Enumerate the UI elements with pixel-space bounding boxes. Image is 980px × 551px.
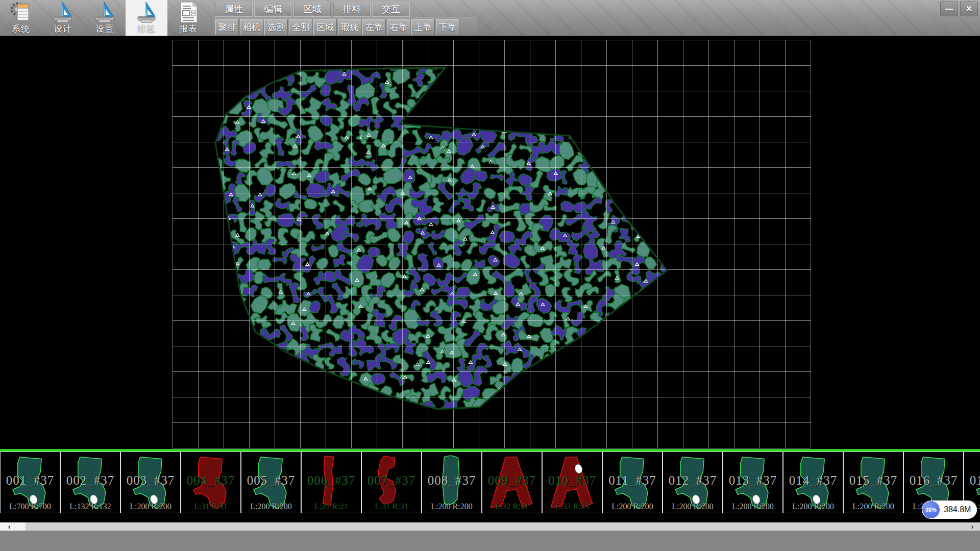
module-label-settings: 设置 [95,23,114,35]
module-settings[interactable]: 设置 [84,0,126,36]
design-ruler-icon [51,1,75,23]
module-nesting[interactable]: 排版 [126,0,167,36]
tool-defect[interactable]: 瑕疵 [338,19,361,35]
thumbnail-013[interactable]: 013_#37L:200 R:200 [723,452,783,513]
thumbnail-list: 001_#37L:700 R:700002_#37L:132 R:132003_… [0,452,980,514]
piece-shape [663,452,722,513]
module-label-system: 系统 [12,23,30,35]
scroll-left-button[interactable]: ‹ [0,522,26,531]
module-design[interactable]: 设计 [42,0,84,36]
thumbnail-007[interactable]: 007_#37L:31 R:31 [361,452,422,513]
tool-bar: 聚排相机选割全割区域瑕疵左靠右靠上靠下靠 [215,19,459,35]
module-system[interactable]: 系统 [0,0,42,36]
window-controls: — ✕ [940,2,978,16]
tool-snap-left[interactable]: 左靠 [362,19,386,35]
bottom-status-bar [0,531,980,551]
piece-shape [603,452,662,513]
thumbnail-005[interactable]: 005_#37L:200 R:200 [241,452,301,513]
thumbnail-011[interactable]: 011_#37L:200 R:200 [602,452,663,513]
thumbnail-014[interactable]: 014_#37L:200 R:200 [783,452,843,513]
piece-shape [61,452,120,513]
tool-select-cut[interactable]: 选割 [264,19,288,35]
piece-shape [543,452,602,513]
thumbnail-009[interactable]: 009_#37L:32 R:31 [482,452,542,513]
pieces-thumbnail-strip: 001_#37L:700 R:700002_#37L:132 R:132003_… [0,449,980,515]
scroll-right-button[interactable]: › [966,522,979,531]
menu-bar: 属性编辑区域排料交互 [215,1,410,16]
thumbnail-002[interactable]: 002_#37L:132 R:132 [60,452,120,513]
horizontal-scrollbar[interactable]: ‹ › [0,522,980,531]
thumbnail-008[interactable]: 008_#37L:200 R:200 [422,452,482,513]
module-label-nesting: 排版 [137,23,156,35]
piece-shape [422,452,481,513]
piece-shape [1,452,60,513]
memory-status-widget[interactable]: 38% 384.8M [922,500,977,519]
menu-region[interactable]: 区域 [293,1,331,17]
module-report[interactable]: 报表 [167,0,209,36]
tool-zone[interactable]: 区域 [313,19,337,35]
piece-shape [362,452,421,513]
tools-strip: 聚排相机选割全割区域瑕疵左靠右靠上靠下靠 [213,17,477,36]
menu-nest[interactable]: 排料 [333,1,371,17]
thumbnail-010[interactable]: 010_#37L:33 R:33 [542,452,602,513]
piece-shape [844,452,903,513]
thumbnail-006[interactable]: 006_#37L:21 R:21 [301,452,361,513]
tool-cluster-nest[interactable]: 聚排 [215,19,239,35]
system-gear-icon [9,1,33,23]
tool-camera[interactable]: 相机 [240,19,263,35]
memory-value: 384.8M [940,505,977,514]
thumbnail-001[interactable]: 001_#37L:700 R:700 [0,452,60,513]
thumbnail-004[interactable]: 004_#37L:31 R:31 [181,452,241,513]
thumbnail-003[interactable]: 003_#37L:200 R:200 [120,452,181,513]
module-bar: 系统设计设置排版报表 [0,0,209,36]
menu-edit[interactable]: 编辑 [254,1,292,17]
tool-snap-down[interactable]: 下靠 [436,19,459,35]
piece-shape [121,452,180,513]
progress-circle: 38% [922,501,940,518]
tool-snap-right[interactable]: 右靠 [387,19,410,35]
piece-shape [302,452,361,513]
thumbnail-012[interactable]: 012_#37L:200 R:200 [663,452,723,513]
tool-cut-all[interactable]: 全割 [289,19,312,35]
report-doc-icon [177,1,200,23]
close-button[interactable]: ✕ [960,2,978,16]
menu-interact[interactable]: 交互 [372,1,410,17]
minimize-button[interactable]: — [940,2,958,16]
module-label-design: 设计 [54,23,72,35]
nesting-ruler-icon [135,1,158,23]
menu-properties[interactable]: 属性 [215,1,253,17]
nesting-canvas[interactable] [0,36,980,449]
thumbnail-015[interactable]: 015_#37L:200 R:200 [843,452,903,513]
main-toolbar: 系统设计设置排版报表 属性编辑区域排料交互 聚排相机选割全割区域瑕疵左靠右靠上靠… [0,0,980,36]
piece-shape [723,452,782,513]
piece-shape [482,452,542,513]
settings-ruler-icon [93,1,116,23]
piece-shape [241,452,301,513]
piece-shape [783,452,843,513]
module-label-report: 报表 [179,23,198,35]
tool-snap-up[interactable]: 上靠 [411,19,435,35]
piece-shape [181,452,240,513]
